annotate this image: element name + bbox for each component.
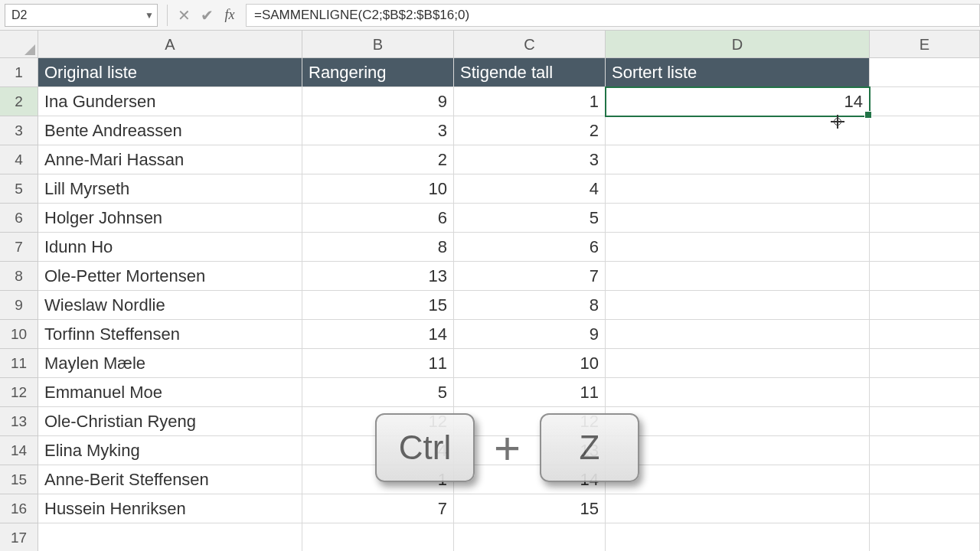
cell[interactable]: 5 [302, 378, 454, 407]
cell[interactable]: 14 [454, 465, 606, 494]
cell[interactable] [454, 523, 606, 551]
col-header-D[interactable]: D [606, 31, 870, 58]
cell[interactable] [606, 349, 870, 378]
cell[interactable] [606, 291, 870, 320]
cell[interactable] [870, 436, 980, 465]
cell[interactable] [606, 494, 870, 523]
cell[interactable]: Bente Andreassen [38, 116, 302, 145]
cell[interactable] [870, 494, 980, 523]
row-header-1[interactable]: 1 [0, 58, 38, 87]
cell[interactable]: Ole-Christian Ryeng [38, 407, 302, 436]
row-header-15[interactable]: 15 [0, 465, 38, 494]
cell[interactable]: 11 [454, 378, 606, 407]
cell[interactable]: 14 [606, 87, 870, 116]
cell[interactable] [606, 174, 870, 204]
row-header-4[interactable]: 4 [0, 145, 38, 174]
cell[interactable]: Elina Myking [38, 436, 302, 465]
cell[interactable]: Torfinn Steffensen [38, 320, 302, 349]
cell[interactable]: 15 [454, 494, 606, 523]
cell[interactable]: Maylen Mæle [38, 349, 302, 378]
name-box[interactable]: D2 ▼ [5, 4, 158, 27]
chevron-down-icon[interactable]: ▼ [145, 10, 154, 21]
cell[interactable] [38, 523, 302, 551]
cell[interactable] [606, 407, 870, 436]
cell[interactable]: 7 [454, 262, 606, 291]
row-header-13[interactable]: 13 [0, 407, 38, 436]
header-cell[interactable]: Stigende tall [454, 58, 606, 87]
row-header-12[interactable]: 12 [0, 378, 38, 407]
cell[interactable]: 11 [302, 349, 454, 378]
confirm-icon[interactable]: ✔ [195, 4, 218, 27]
cell[interactable] [870, 320, 980, 349]
cell[interactable]: Wieslaw Nordlie [38, 291, 302, 320]
row-header-2[interactable]: 2 [0, 87, 38, 116]
cell[interactable]: Anne-Berit Steffensen [38, 465, 302, 494]
cancel-icon[interactable]: ✕ [172, 4, 195, 27]
row-header-5[interactable]: 5 [0, 174, 38, 204]
cell[interactable]: 4 [302, 436, 454, 465]
cell[interactable] [606, 233, 870, 262]
cell[interactable] [302, 523, 454, 551]
cell[interactable] [606, 262, 870, 291]
cell[interactable] [870, 349, 980, 378]
cell[interactable]: 12 [454, 407, 606, 436]
cell[interactable] [870, 145, 980, 174]
col-header-A[interactable]: A [38, 31, 302, 58]
cell[interactable] [870, 262, 980, 291]
cell[interactable] [870, 291, 980, 320]
cell[interactable] [606, 465, 870, 494]
row-header-3[interactable]: 3 [0, 116, 38, 145]
cell[interactable]: Emmanuel Moe [38, 378, 302, 407]
col-header-C[interactable]: C [454, 31, 606, 58]
cell[interactable]: Anne-Mari Hassan [38, 145, 302, 174]
cell[interactable]: Lill Myrseth [38, 174, 302, 204]
row-header-8[interactable]: 8 [0, 262, 38, 291]
cell[interactable]: 10 [454, 349, 606, 378]
header-cell[interactable]: Original liste [38, 58, 302, 87]
row-header-16[interactable]: 16 [0, 494, 38, 523]
cell[interactable]: 10 [302, 174, 454, 204]
cell[interactable]: 2 [302, 145, 454, 174]
cell[interactable]: 8 [454, 291, 606, 320]
cell[interactable]: 6 [454, 233, 606, 262]
cell[interactable]: 15 [302, 291, 454, 320]
fx-icon[interactable]: fx [218, 4, 241, 27]
cell[interactable] [870, 523, 980, 551]
cell[interactable] [606, 378, 870, 407]
cell[interactable] [870, 58, 980, 87]
cell[interactable]: 14 [302, 320, 454, 349]
cell[interactable] [870, 204, 980, 233]
cell[interactable] [870, 233, 980, 262]
cell[interactable] [606, 145, 870, 174]
row-header-7[interactable]: 7 [0, 233, 38, 262]
cell[interactable]: 1 [454, 87, 606, 116]
cell[interactable] [870, 465, 980, 494]
cell[interactable]: 8 [302, 233, 454, 262]
cell[interactable]: 3 [454, 145, 606, 174]
row-header-17[interactable]: 17 [0, 523, 38, 551]
cell[interactable]: 1 [302, 465, 454, 494]
row-header-11[interactable]: 11 [0, 349, 38, 378]
cell[interactable] [870, 87, 980, 116]
cell[interactable] [870, 174, 980, 204]
cell[interactable] [606, 436, 870, 465]
spreadsheet-grid[interactable]: ABCDE1Original listeRangeringStigende ta… [0, 31, 980, 551]
formula-input[interactable]: =SAMMENLIGNE(C2;$B$2:$B$16;0) [246, 4, 980, 27]
col-header-E[interactable]: E [870, 31, 980, 58]
cell[interactable]: 9 [302, 87, 454, 116]
col-header-B[interactable]: B [302, 31, 454, 58]
cell[interactable] [606, 204, 870, 233]
cell[interactable] [870, 378, 980, 407]
row-header-14[interactable]: 14 [0, 436, 38, 465]
cell[interactable]: 13 [302, 262, 454, 291]
cell[interactable]: 2 [454, 116, 606, 145]
cell[interactable]: 4 [454, 174, 606, 204]
cell[interactable] [606, 523, 870, 551]
cell[interactable]: Idunn Ho [38, 233, 302, 262]
cell[interactable]: 7 [302, 494, 454, 523]
cell[interactable]: Holger Johnsen [38, 204, 302, 233]
cell[interactable]: 3 [302, 116, 454, 145]
cell[interactable]: Ole-Petter Mortensen [38, 262, 302, 291]
cell[interactable]: Hussein Henriksen [38, 494, 302, 523]
header-cell[interactable]: Sortert liste [606, 58, 870, 87]
